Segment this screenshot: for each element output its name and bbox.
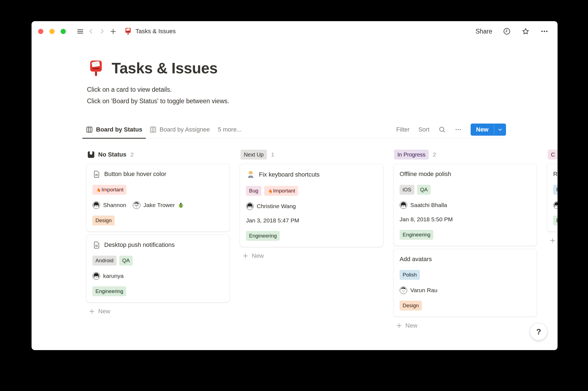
card-title-text: Button blue hover color [104, 170, 166, 178]
tag-ios: iOS [400, 185, 414, 195]
add-card-button[interactable]: New [549, 237, 558, 244]
column-header[interactable]: In Progress 2 [394, 149, 537, 160]
search-button[interactable] [438, 126, 446, 133]
tag-engineering: Engineering [246, 231, 280, 241]
column-next-up: Next Up 1 Fix keyboard shortcuts Bug Imp… [240, 149, 383, 259]
tag-qa: QA [417, 185, 431, 195]
tag-important: Important [92, 185, 126, 195]
page-more-button[interactable] [540, 27, 549, 35]
tag-qa: QA [119, 256, 133, 266]
kanban-board: No Status 2 Button blue hover color Impo… [32, 138, 558, 329]
card-button-blue-hover-color[interactable]: Button blue hover color Important Shanno… [86, 164, 230, 231]
favorite-button[interactable] [521, 27, 530, 36]
column-in-progress: In Progress 2 Offline mode polish iOS QA [394, 149, 537, 329]
tab-label: Board by Status [96, 126, 142, 133]
person-christine-wang: Christine Wang [246, 202, 296, 210]
add-card-button[interactable]: New [89, 308, 230, 315]
column-header[interactable]: No Status 2 [87, 149, 230, 160]
card-date: Jan 3, 2018 5:47 PM [246, 217, 377, 224]
tag-important: Important [264, 186, 298, 196]
flame-icon [95, 187, 101, 192]
sidebar-toggle-button[interactable] [75, 26, 86, 37]
person-shannon: Shannon [92, 201, 126, 209]
person-jake-trower: Jake Trower [133, 201, 184, 209]
back-button[interactable] [86, 26, 97, 37]
card-title-text: Fix keyboard shortcuts [259, 171, 320, 179]
view-more-button[interactable] [455, 126, 462, 133]
clock-icon [503, 27, 511, 35]
person-partial [553, 201, 558, 209]
forward-button[interactable] [97, 26, 108, 37]
beetle-icon [178, 202, 184, 208]
tag-engineering: Engineering [92, 286, 126, 296]
card-offline-mode-polish[interactable]: Offline mode polish iOS QA Saatchi Bhall… [394, 164, 537, 246]
updates-button[interactable] [503, 27, 511, 35]
add-card-button[interactable]: New [396, 322, 537, 329]
card-title-text: Offline mode polish [400, 170, 451, 178]
card-title-text: Desktop push notifications [104, 241, 175, 249]
new-button-group: New [471, 124, 506, 136]
avatar [553, 201, 558, 209]
page-title: Tasks & Issues [112, 59, 217, 77]
avatar [246, 202, 254, 210]
flame-icon [267, 188, 273, 194]
view-controls: Filter Sort New [396, 124, 506, 136]
avatar [133, 201, 140, 209]
column-count: 2 [433, 151, 436, 158]
card-add-avatars[interactable]: Add avatars Polish Varun Rau Design [394, 249, 537, 317]
column-name-pill: In Progress [394, 150, 429, 160]
minimize-button[interactable] [49, 29, 55, 34]
page-doc-icon [92, 170, 101, 178]
filter-button[interactable]: Filter [396, 126, 410, 133]
forward-icon [98, 28, 106, 35]
plus-icon [109, 28, 117, 35]
hamburger-icon [77, 28, 84, 35]
search-icon [438, 126, 446, 133]
tag-bug: Bug [246, 186, 261, 196]
tag-polish: Polish [400, 270, 420, 280]
card-desktop-push-notifications[interactable]: Desktop push notifications Android QA ka… [86, 235, 230, 302]
sort-button[interactable]: Sort [418, 126, 429, 133]
share-button[interactable]: Share [476, 28, 492, 35]
help-button[interactable]: ? [530, 323, 547, 340]
tab-board-by-status[interactable]: Board by Status [82, 121, 146, 138]
app-window: Tasks & Issues Share [32, 21, 558, 350]
ellipsis-icon [455, 126, 462, 133]
column-partial: C Re P E [547, 149, 558, 244]
board-view-icon [149, 126, 157, 133]
avatar [400, 286, 407, 294]
tag-partial: P [553, 185, 558, 195]
card-fix-keyboard-shortcuts[interactable]: Fix keyboard shortcuts Bug Important Chr… [240, 164, 383, 247]
column-name: No Status [98, 151, 126, 158]
plus-icon [549, 237, 556, 244]
page-description: Click on a card to view details. Click o… [87, 84, 506, 107]
column-header[interactable]: C [548, 149, 558, 160]
postbox-icon [124, 27, 132, 35]
plus-icon [242, 253, 249, 259]
tab-board-by-assignee[interactable]: Board by Assignee [146, 121, 213, 138]
card-partial[interactable]: Re P E [547, 164, 558, 231]
column-no-status: No Status 2 Button blue hover color Impo… [86, 149, 230, 315]
column-header[interactable]: Next Up 1 [241, 149, 383, 160]
page-icon-postbox[interactable] [87, 59, 105, 77]
new-button[interactable]: New [471, 124, 494, 136]
board-view-icon [86, 126, 93, 133]
zoom-button[interactable] [61, 29, 66, 34]
person-karunya: karunya [92, 272, 124, 280]
traffic-lights [38, 29, 66, 34]
new-dropdown-button[interactable] [494, 124, 506, 136]
page-doc-icon [92, 241, 101, 249]
more-views-button[interactable]: 5 more... [213, 126, 246, 133]
description-line: Click on a card to view details. [87, 84, 506, 95]
new-tab-button[interactable] [108, 26, 118, 37]
woman-technologist-icon [246, 170, 255, 179]
tag-engineering: Engineering [400, 230, 433, 240]
add-card-button[interactable]: New [242, 252, 383, 259]
close-button[interactable] [38, 29, 43, 34]
breadcrumb[interactable]: Tasks & Issues [124, 27, 176, 35]
plus-icon [396, 322, 402, 329]
page-header: Tasks & Issues Click on a card to view d… [87, 59, 506, 107]
tab-label: Board by Assignee [160, 126, 210, 133]
window-toolbar: Tasks & Issues Share [32, 21, 558, 41]
avatar [92, 201, 100, 209]
